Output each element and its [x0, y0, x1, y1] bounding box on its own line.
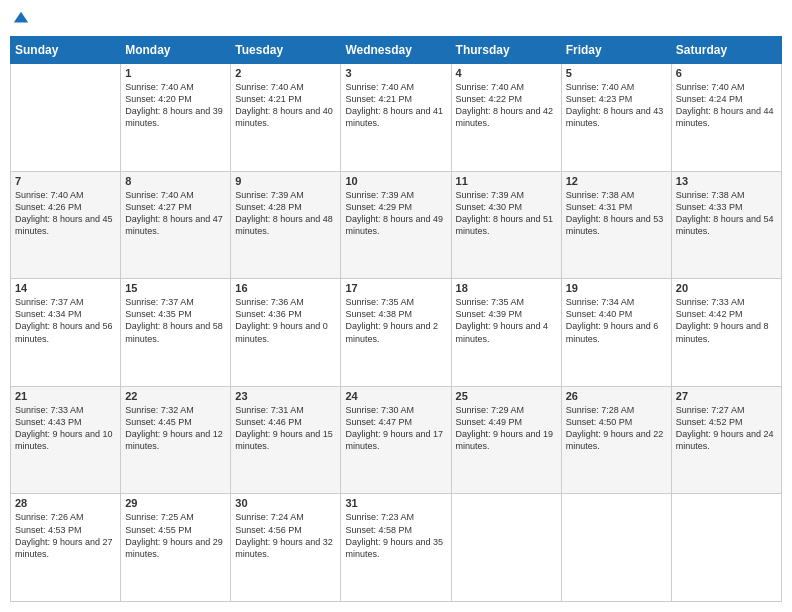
sunset-text: Sunset: 4:26 PM: [15, 201, 116, 213]
day-number: 19: [566, 282, 667, 294]
day-number: 21: [15, 390, 116, 402]
sunset-text: Sunset: 4:24 PM: [676, 93, 777, 105]
day-info: Sunrise: 7:24 AMSunset: 4:56 PMDaylight:…: [235, 511, 336, 560]
sunset-text: Sunset: 4:29 PM: [345, 201, 446, 213]
calendar-cell: 4Sunrise: 7:40 AMSunset: 4:22 PMDaylight…: [451, 64, 561, 172]
day-number: 8: [125, 175, 226, 187]
daylight-text: Daylight: 8 hours and 47 minutes.: [125, 213, 226, 237]
daylight-text: Daylight: 9 hours and 0 minutes.: [235, 320, 336, 344]
day-number: 2: [235, 67, 336, 79]
sunrise-text: Sunrise: 7:33 AM: [15, 404, 116, 416]
sunset-text: Sunset: 4:39 PM: [456, 308, 557, 320]
day-number: 10: [345, 175, 446, 187]
header-day-thursday: Thursday: [451, 37, 561, 64]
calendar-cell: 5Sunrise: 7:40 AMSunset: 4:23 PMDaylight…: [561, 64, 671, 172]
day-number: 3: [345, 67, 446, 79]
calendar-cell: 13Sunrise: 7:38 AMSunset: 4:33 PMDayligh…: [671, 171, 781, 279]
calendar-cell: 19Sunrise: 7:34 AMSunset: 4:40 PMDayligh…: [561, 279, 671, 387]
daylight-text: Daylight: 8 hours and 51 minutes.: [456, 213, 557, 237]
day-number: 16: [235, 282, 336, 294]
day-info: Sunrise: 7:37 AMSunset: 4:35 PMDaylight:…: [125, 296, 226, 345]
calendar-week-5: 28Sunrise: 7:26 AMSunset: 4:53 PMDayligh…: [11, 494, 782, 602]
day-info: Sunrise: 7:23 AMSunset: 4:58 PMDaylight:…: [345, 511, 446, 560]
calendar-cell: [11, 64, 121, 172]
sunset-text: Sunset: 4:52 PM: [676, 416, 777, 428]
sunrise-text: Sunrise: 7:24 AM: [235, 511, 336, 523]
day-number: 23: [235, 390, 336, 402]
day-number: 31: [345, 497, 446, 509]
calendar-cell: 7Sunrise: 7:40 AMSunset: 4:26 PMDaylight…: [11, 171, 121, 279]
sunset-text: Sunset: 4:49 PM: [456, 416, 557, 428]
daylight-text: Daylight: 8 hours and 41 minutes.: [345, 105, 446, 129]
header-day-tuesday: Tuesday: [231, 37, 341, 64]
sunset-text: Sunset: 4:47 PM: [345, 416, 446, 428]
sunset-text: Sunset: 4:38 PM: [345, 308, 446, 320]
daylight-text: Daylight: 8 hours and 58 minutes.: [125, 320, 226, 344]
calendar-cell: 30Sunrise: 7:24 AMSunset: 4:56 PMDayligh…: [231, 494, 341, 602]
sunset-text: Sunset: 4:20 PM: [125, 93, 226, 105]
sunset-text: Sunset: 4:35 PM: [125, 308, 226, 320]
sunrise-text: Sunrise: 7:40 AM: [125, 81, 226, 93]
daylight-text: Daylight: 9 hours and 32 minutes.: [235, 536, 336, 560]
calendar-cell: 27Sunrise: 7:27 AMSunset: 4:52 PMDayligh…: [671, 386, 781, 494]
daylight-text: Daylight: 8 hours and 44 minutes.: [676, 105, 777, 129]
day-info: Sunrise: 7:31 AMSunset: 4:46 PMDaylight:…: [235, 404, 336, 453]
day-number: 28: [15, 497, 116, 509]
calendar-cell: [451, 494, 561, 602]
day-info: Sunrise: 7:27 AMSunset: 4:52 PMDaylight:…: [676, 404, 777, 453]
daylight-text: Daylight: 8 hours and 54 minutes.: [676, 213, 777, 237]
day-info: Sunrise: 7:38 AMSunset: 4:33 PMDaylight:…: [676, 189, 777, 238]
calendar-cell: 11Sunrise: 7:39 AMSunset: 4:30 PMDayligh…: [451, 171, 561, 279]
day-number: 25: [456, 390, 557, 402]
page: SundayMondayTuesdayWednesdayThursdayFrid…: [0, 0, 792, 612]
sunrise-text: Sunrise: 7:39 AM: [456, 189, 557, 201]
day-info: Sunrise: 7:39 AMSunset: 4:30 PMDaylight:…: [456, 189, 557, 238]
day-info: Sunrise: 7:40 AMSunset: 4:21 PMDaylight:…: [235, 81, 336, 130]
day-info: Sunrise: 7:33 AMSunset: 4:43 PMDaylight:…: [15, 404, 116, 453]
sunset-text: Sunset: 4:31 PM: [566, 201, 667, 213]
calendar-cell: 2Sunrise: 7:40 AMSunset: 4:21 PMDaylight…: [231, 64, 341, 172]
sunset-text: Sunset: 4:46 PM: [235, 416, 336, 428]
sunset-text: Sunset: 4:34 PM: [15, 308, 116, 320]
sunset-text: Sunset: 4:30 PM: [456, 201, 557, 213]
daylight-text: Daylight: 9 hours and 12 minutes.: [125, 428, 226, 452]
sunset-text: Sunset: 4:23 PM: [566, 93, 667, 105]
daylight-text: Daylight: 9 hours and 10 minutes.: [15, 428, 116, 452]
day-number: 18: [456, 282, 557, 294]
sunset-text: Sunset: 4:55 PM: [125, 524, 226, 536]
day-info: Sunrise: 7:29 AMSunset: 4:49 PMDaylight:…: [456, 404, 557, 453]
calendar-cell: [561, 494, 671, 602]
sunrise-text: Sunrise: 7:29 AM: [456, 404, 557, 416]
day-info: Sunrise: 7:40 AMSunset: 4:21 PMDaylight:…: [345, 81, 446, 130]
sunrise-text: Sunrise: 7:26 AM: [15, 511, 116, 523]
daylight-text: Daylight: 8 hours and 42 minutes.: [456, 105, 557, 129]
calendar-week-3: 14Sunrise: 7:37 AMSunset: 4:34 PMDayligh…: [11, 279, 782, 387]
header-day-sunday: Sunday: [11, 37, 121, 64]
sunset-text: Sunset: 4:56 PM: [235, 524, 336, 536]
logo-icon: [12, 10, 30, 28]
header-day-monday: Monday: [121, 37, 231, 64]
day-info: Sunrise: 7:38 AMSunset: 4:31 PMDaylight:…: [566, 189, 667, 238]
sunrise-text: Sunrise: 7:40 AM: [456, 81, 557, 93]
day-info: Sunrise: 7:35 AMSunset: 4:39 PMDaylight:…: [456, 296, 557, 345]
day-info: Sunrise: 7:33 AMSunset: 4:42 PMDaylight:…: [676, 296, 777, 345]
daylight-text: Daylight: 8 hours and 48 minutes.: [235, 213, 336, 237]
daylight-text: Daylight: 9 hours and 17 minutes.: [345, 428, 446, 452]
day-info: Sunrise: 7:40 AMSunset: 4:26 PMDaylight:…: [15, 189, 116, 238]
day-number: 11: [456, 175, 557, 187]
sunset-text: Sunset: 4:45 PM: [125, 416, 226, 428]
daylight-text: Daylight: 8 hours and 49 minutes.: [345, 213, 446, 237]
day-info: Sunrise: 7:25 AMSunset: 4:55 PMDaylight:…: [125, 511, 226, 560]
calendar-week-2: 7Sunrise: 7:40 AMSunset: 4:26 PMDaylight…: [11, 171, 782, 279]
daylight-text: Daylight: 9 hours and 27 minutes.: [15, 536, 116, 560]
sunrise-text: Sunrise: 7:28 AM: [566, 404, 667, 416]
sunset-text: Sunset: 4:21 PM: [345, 93, 446, 105]
sunrise-text: Sunrise: 7:38 AM: [566, 189, 667, 201]
daylight-text: Daylight: 9 hours and 6 minutes.: [566, 320, 667, 344]
logo: [10, 10, 30, 28]
calendar-cell: 15Sunrise: 7:37 AMSunset: 4:35 PMDayligh…: [121, 279, 231, 387]
daylight-text: Daylight: 8 hours and 56 minutes.: [15, 320, 116, 344]
calendar-cell: 14Sunrise: 7:37 AMSunset: 4:34 PMDayligh…: [11, 279, 121, 387]
day-info: Sunrise: 7:32 AMSunset: 4:45 PMDaylight:…: [125, 404, 226, 453]
daylight-text: Daylight: 9 hours and 19 minutes.: [456, 428, 557, 452]
